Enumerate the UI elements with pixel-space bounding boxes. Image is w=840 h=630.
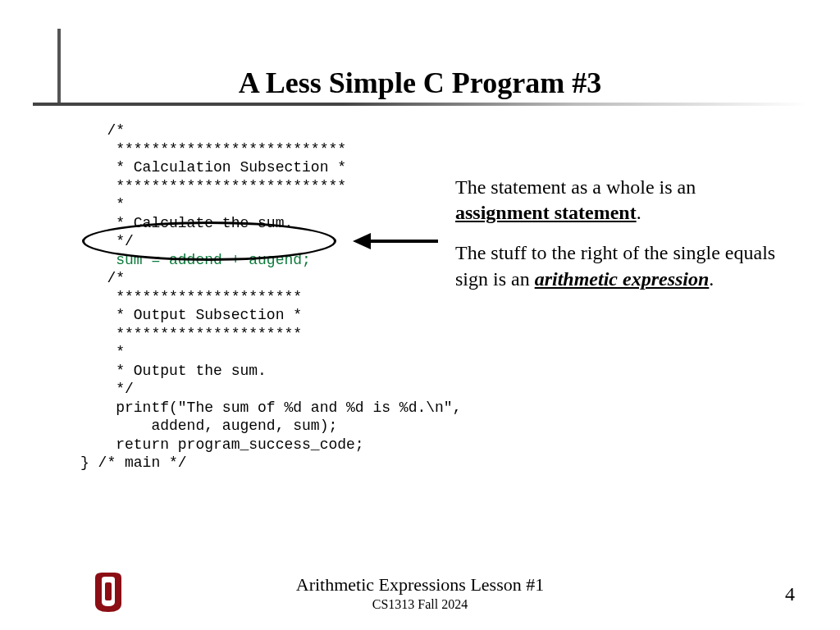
arrow-line <box>368 240 438 243</box>
slide-title: A Less Simple C Program #3 <box>33 66 807 100</box>
explanation-p2: The stuff to the right of the single equ… <box>455 240 792 291</box>
code-line: * <box>80 196 125 212</box>
code-line: ************************** <box>80 141 346 158</box>
text-run: . <box>637 202 641 223</box>
title-region: A Less Simple C Program #3 <box>33 29 807 111</box>
code-line: * Calculation Subsection * <box>80 159 346 176</box>
code-line: return program_success_code; <box>80 436 364 453</box>
code-line: * <box>80 344 125 360</box>
code-line: addend, augend, sum); <box>80 418 337 434</box>
code-block: /* ************************** * Calculat… <box>80 121 461 472</box>
code-line: /* <box>80 270 125 286</box>
explanation-text: The statement as a whole is an assignmen… <box>455 175 792 307</box>
term-assignment-statement: assignment statement <box>455 202 637 223</box>
code-line: /* <box>80 122 125 139</box>
code-line: ************************** <box>80 178 346 194</box>
explanation-p1: The statement as a whole is an assignmen… <box>455 175 792 226</box>
arrow-head-icon <box>353 233 371 249</box>
text-run: . <box>709 268 714 290</box>
code-line: */ <box>80 233 134 249</box>
page-number: 4 <box>785 583 795 605</box>
code-line: ********************* <box>80 289 302 305</box>
code-line: * Calculate the sum. <box>80 215 293 231</box>
code-line: ********************* <box>80 326 302 342</box>
footer-title: Arithmetic Expressions Lesson #1 <box>0 574 840 596</box>
code-line: } /* main */ <box>80 454 187 471</box>
text-run: The statement as a whole is an <box>455 176 696 198</box>
code-line: * Output the sum. <box>80 363 267 379</box>
annotation-arrow <box>353 237 435 245</box>
term-arithmetic-expression: arithmetic expression <box>535 268 710 290</box>
code-line: */ <box>80 381 134 397</box>
decorative-hline <box>33 103 807 106</box>
code-line: printf("The sum of %d and %d is %d.\n", <box>80 399 461 416</box>
code-line: * Output Subsection * <box>80 307 302 323</box>
code-line-highlighted: sum = addend + augend; <box>80 252 311 268</box>
slide-footer: Arithmetic Expressions Lesson #1 CS1313 … <box>0 574 840 612</box>
footer-subtitle: CS1313 Fall 2024 <box>0 597 840 612</box>
